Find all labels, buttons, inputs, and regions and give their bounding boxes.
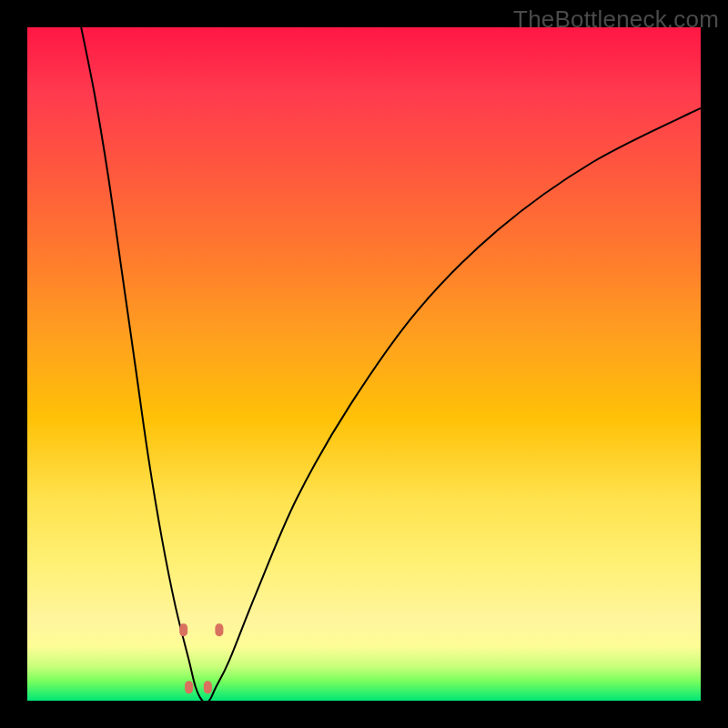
plot-area bbox=[27, 27, 701, 701]
curve-svg bbox=[27, 27, 701, 701]
curve-marker bbox=[185, 681, 193, 693]
watermark-text: TheBottleneck.com bbox=[513, 5, 719, 34]
bottleneck-curve bbox=[81, 27, 701, 701]
curve-markers bbox=[179, 623, 223, 693]
curve-marker bbox=[179, 623, 187, 636]
chart-frame: TheBottleneck.com bbox=[0, 0, 728, 728]
curve-marker bbox=[204, 681, 212, 693]
curve-marker bbox=[215, 623, 223, 636]
